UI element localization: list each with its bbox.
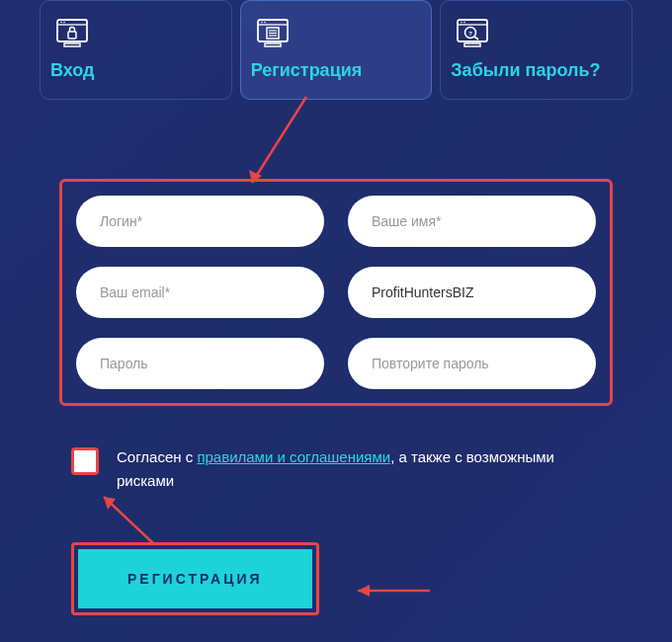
email-input[interactable] <box>76 267 324 318</box>
password-input[interactable] <box>76 338 324 389</box>
registration-form <box>76 196 596 389</box>
svg-text:?: ? <box>469 31 473 37</box>
svg-point-17 <box>462 22 463 24</box>
svg-line-20 <box>474 37 478 40</box>
svg-point-3 <box>63 22 65 24</box>
svg-rect-5 <box>64 43 80 46</box>
tab-register-label: Регистрация <box>251 60 363 81</box>
name-input[interactable] <box>348 196 596 247</box>
lock-icon <box>54 19 90 48</box>
register-submit-button[interactable]: РЕГИСТРАЦИЯ <box>78 549 312 608</box>
registration-form-highlight <box>59 179 613 406</box>
auth-tabs: Вход Регистрация <box>0 0 672 100</box>
tab-forgot-password[interactable]: ? Забыли пароль? <box>440 0 632 100</box>
svg-point-18 <box>464 22 466 24</box>
tab-forgot-label: Забыли пароль? <box>451 60 600 81</box>
login-input[interactable] <box>76 196 324 247</box>
tab-register[interactable]: Регистрация <box>240 0 433 100</box>
tab-login[interactable]: Вход <box>40 0 232 100</box>
svg-point-9 <box>264 22 266 24</box>
consent-text: Согласен с правилами и соглашениями, а т… <box>117 445 613 493</box>
question-search-icon: ? <box>455 19 490 48</box>
svg-point-2 <box>60 22 62 24</box>
consent-prefix: Согласен с <box>117 448 197 465</box>
password-repeat-input[interactable] <box>348 338 596 389</box>
form-icon <box>255 19 291 48</box>
tab-login-label: Вход <box>50 60 95 81</box>
svg-point-8 <box>261 22 263 24</box>
consent-checkbox[interactable] <box>71 447 99 475</box>
consent-row: Согласен с правилами и соглашениями, а т… <box>71 445 613 493</box>
svg-rect-4 <box>68 32 76 39</box>
terms-link[interactable]: правилами и соглашениями <box>197 448 390 465</box>
submit-highlight: РЕГИСТРАЦИЯ <box>71 542 319 615</box>
svg-rect-22 <box>464 43 480 46</box>
svg-rect-14 <box>265 43 281 46</box>
referrer-input[interactable] <box>348 267 596 318</box>
